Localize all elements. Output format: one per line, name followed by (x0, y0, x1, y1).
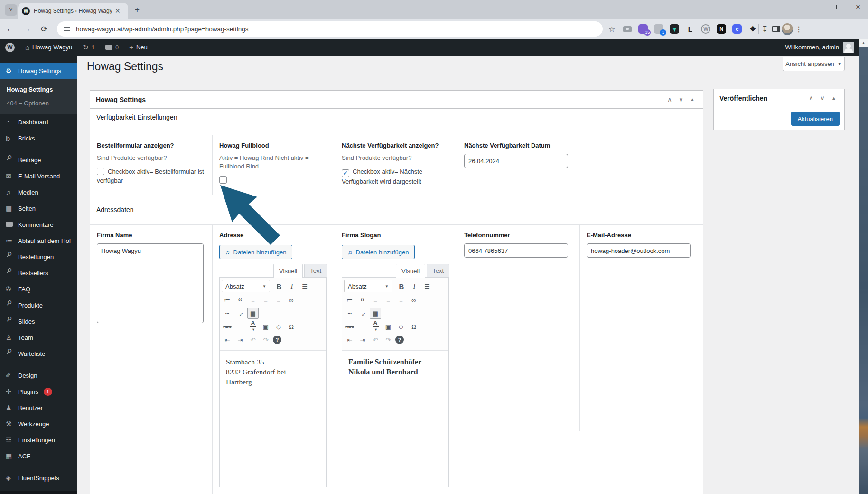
browser-tab[interactable]: W Howag Settings ‹ Howag Wagyu ✕ (18, 3, 128, 19)
adminbar-account[interactable]: Willkommen, admin (785, 42, 859, 53)
n-extension-icon[interactable]: N (716, 23, 727, 35)
adminbar-updates[interactable]: ↻ 1 (77, 39, 100, 56)
editor-content[interactable]: Familie SchützenhöferNikola und Bernhard (342, 351, 448, 383)
scrollbar-track[interactable] (859, 47, 868, 494)
tab-text[interactable]: Text (304, 264, 327, 277)
read-more-button[interactable]: ┅ (222, 308, 233, 319)
screen-options-button[interactable]: Ansicht anpassen ▼ (783, 57, 845, 71)
sidebar-item-medien[interactable]: ♫Medien (0, 185, 77, 201)
wp-logo-menu[interactable]: W (0, 39, 20, 56)
outdent-button[interactable]: ⇤ (344, 334, 355, 345)
sidebar-item-bestsellers[interactable]: ⚲Bestsellers (0, 265, 77, 281)
sidebar-item-werkzeuge[interactable]: ⚒Werkzeuge (0, 416, 77, 432)
tab-text[interactable]: Text (427, 264, 449, 277)
sidebar-item-bricks[interactable]: bBricks (0, 130, 77, 147)
sidebar-item-benutzer[interactable]: ♟Benutzer (0, 400, 77, 416)
sidebar-item-acf[interactable]: ▦ACF (0, 448, 77, 465)
italic-button[interactable]: I (286, 280, 298, 292)
align-left-button[interactable]: ≡ (247, 294, 259, 306)
sidebar-item-slides[interactable]: ⚲Slides (0, 314, 77, 330)
email-input[interactable] (587, 243, 691, 258)
bold-button[interactable]: B (396, 280, 407, 292)
verfuegbarkeit-checkbox[interactable]: ✓ (342, 169, 349, 177)
toolbar-toggle-button[interactable]: ▦ (370, 308, 381, 319)
bold-button[interactable]: B (273, 280, 285, 292)
add-media-button[interactable]: ♫ Dateien hinzufügen (342, 245, 415, 259)
strikethrough-button[interactable]: ABC (344, 321, 355, 332)
toggle-panel-icon[interactable]: ▲ (687, 97, 698, 102)
new-tab-button[interactable]: + (135, 5, 140, 15)
submenu-item-howag-settings[interactable]: Howag Settings (0, 83, 77, 96)
add-media-button[interactable]: ♫ Dateien hinzufügen (219, 245, 292, 259)
key-manager-icon[interactable]: 1 (653, 23, 664, 35)
special-char-button[interactable]: Ω (286, 321, 297, 332)
tab-close-icon[interactable]: ✕ (115, 7, 121, 15)
window-minimize-button[interactable]: — (805, 2, 816, 12)
indent-button[interactable]: ⇥ (234, 334, 246, 345)
special-char-button[interactable]: Ω (408, 321, 420, 332)
datum-input[interactable] (464, 154, 568, 168)
align-right-button[interactable]: ≡ (273, 294, 284, 306)
wordpress-circle-icon[interactable]: W (700, 23, 711, 35)
browser-menu-icon[interactable]: ⋮ (795, 25, 803, 34)
scrollbar-up-arrow[interactable]: ▲ (859, 39, 868, 47)
bookmark-star-icon[interactable]: ☆ (608, 25, 615, 34)
redo-button[interactable]: ↷ (260, 334, 271, 345)
tab-search-button[interactable]: ˅ (5, 4, 17, 16)
numbered-list-button[interactable]: ≔ (344, 294, 355, 306)
sidebar-item-plugins[interactable]: ✢Plugins1 (0, 384, 77, 400)
move-up-icon[interactable]: ∧ (664, 96, 675, 103)
strikethrough-button[interactable]: ABC (222, 321, 233, 332)
align-left-button[interactable]: ≡ (370, 294, 381, 306)
paste-text-button[interactable]: ▣ (260, 321, 271, 332)
editor-content[interactable]: Stambach 358232 Grafendorf beiHartberg (220, 351, 326, 393)
align-center-button[interactable]: ≡ (260, 294, 271, 306)
side-panel-icon[interactable] (770, 23, 782, 35)
sidebar-item-howag-settings[interactable]: ⚙Howag Settings (0, 63, 77, 79)
window-close-button[interactable]: × (853, 2, 863, 12)
move-down-icon[interactable]: ∨ (817, 94, 828, 102)
italic-button[interactable]: I (409, 280, 420, 292)
downloads-icon[interactable]: ↧ (759, 23, 770, 35)
address-bar[interactable]: howag-wagyu.at/wp-admin/admin.php?page=h… (57, 21, 603, 37)
window-maximize-button[interactable] (829, 2, 840, 12)
clear-format-button[interactable]: ◇ (273, 321, 284, 332)
read-more-button[interactable]: ┅ (344, 308, 355, 319)
sidebar-item-dashboard[interactable]: ◔Dashboard (0, 114, 77, 130)
reload-button[interactable]: ⟳ (37, 24, 51, 34)
outdent-button[interactable]: ⇤ (222, 334, 233, 345)
sidebar-item-warteliste[interactable]: ⚲Warteliste (0, 346, 77, 362)
password-vault-icon[interactable]: 35 (637, 23, 649, 35)
sidebar-item-beitr-ge[interactable]: ⚲Beiträge (0, 152, 77, 168)
sidebar-item-faq[interactable]: ✇FAQ (0, 281, 77, 298)
sidebar-item-kommentare[interactable]: Kommentare (0, 217, 77, 233)
fullblood-checkbox[interactable] (219, 176, 227, 184)
extensions-puzzle-icon[interactable]: ❖ (747, 23, 758, 35)
tab-visuell[interactable]: Visuell (396, 264, 425, 278)
metabox-header[interactable]: Howag Settings ∧ ∨ ▲ (90, 91, 703, 109)
sidebar-item-bestellungen[interactable]: ⚲Bestellungen (0, 249, 77, 265)
submenu-item-404-optionen[interactable]: 404 – Optionen (0, 96, 77, 110)
text-color-button[interactable]: A▾ (370, 321, 381, 332)
undo-button[interactable]: ↶ (247, 334, 259, 345)
profile-avatar[interactable] (782, 23, 793, 35)
adminbar-comments[interactable]: 0 (100, 39, 124, 56)
sidebar-item-produkte[interactable]: ⚲Produkte (0, 298, 77, 314)
align-center-button[interactable]: ≡ (383, 294, 394, 306)
sidebar-item-team[interactable]: ♙Team (0, 330, 77, 346)
clear-format-button[interactable]: ◇ (395, 321, 407, 332)
sidebar-item-design[interactable]: ✐Design (0, 368, 77, 384)
format-select[interactable]: Absatz▼ (222, 280, 270, 292)
l-extension-icon[interactable]: L (684, 23, 696, 35)
toolbar-toggle-button[interactable]: ▦ (247, 308, 259, 319)
bullet-list-button[interactable]: ☰ (299, 280, 310, 292)
align-right-button[interactable]: ≡ (395, 294, 407, 306)
redo-button[interactable]: ↷ (383, 334, 394, 345)
sidebar-item-e-mail-versand[interactable]: ✉E-Mail Versand (0, 168, 77, 185)
fullscreen-button[interactable]: ↔ (232, 305, 248, 321)
bullet-list-button[interactable]: ☰ (421, 280, 433, 292)
adminbar-site-link[interactable]: ⌂ Howag Wagyu (20, 39, 77, 56)
sidebar-item-ablauf-auf-dem-hof[interactable]: ≔Ablauf auf dem Hof (0, 233, 77, 249)
telefon-input[interactable] (464, 243, 568, 258)
bestellformular-checkbox[interactable] (97, 168, 104, 175)
